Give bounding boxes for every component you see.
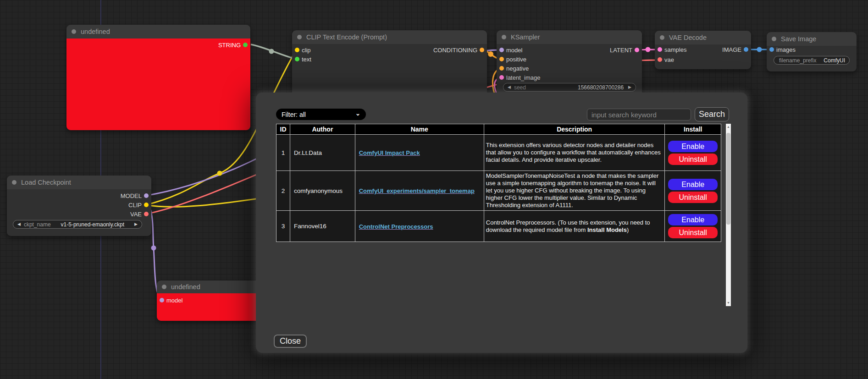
slot-dot-icon[interactable] <box>658 47 662 52</box>
search-input[interactable] <box>587 109 691 121</box>
ext-description: ModelSamplerTonemapNoiseTest a node that… <box>484 171 665 211</box>
custom-nodes-manager-dialog: Filter: all ⌄ Search ID Author Name Desc… <box>256 93 747 353</box>
wire-dot-model <box>151 246 156 251</box>
prev-value-arrow-icon[interactable]: ◀ <box>17 222 21 226</box>
chevron-down-icon: ⌄ <box>355 110 360 117</box>
slot-dot-icon[interactable] <box>658 57 662 62</box>
table-scrollbar[interactable]: ▲ ▼ <box>726 124 731 306</box>
table-row: 1 Dr.Lt.Data ComfyUI Impact Pack This ex… <box>276 135 721 171</box>
ext-id: 1 <box>276 135 290 171</box>
node-title: undefined <box>171 283 200 291</box>
wire-dot-conditioning <box>488 51 493 57</box>
output-slot-vae[interactable]: VAE <box>130 209 151 219</box>
search-button[interactable]: Search <box>695 107 729 121</box>
slot-dot-icon[interactable] <box>480 48 484 52</box>
ckpt-name-widget[interactable]: ◀ ckpt_name v1-5-pruned-emaonly.ckpt ▶ <box>13 220 142 229</box>
filename-prefix-widget[interactable]: filename_prefix ComfyUI <box>774 56 850 65</box>
uninstall-button[interactable]: Uninstall <box>668 192 718 203</box>
collapse-dot-icon[interactable] <box>772 37 776 41</box>
collapse-dot-icon[interactable] <box>162 285 166 289</box>
table-row: 3 Fannovel16 ControlNet Preprocessors Co… <box>276 211 721 242</box>
collapse-dot-icon[interactable] <box>660 35 664 40</box>
node-load-checkpoint[interactable]: Load Checkpoint MODEL CLIP VAE ◀ ckpt_na… <box>7 176 151 236</box>
scrollbar-thumb[interactable] <box>726 133 730 225</box>
wire-dot-latent <box>646 47 651 52</box>
collapse-dot-icon[interactable] <box>72 29 76 34</box>
enable-button[interactable]: Enable <box>668 141 718 152</box>
input-slot-negative[interactable]: negative <box>497 64 529 73</box>
scroll-up-icon[interactable]: ▲ <box>726 124 731 130</box>
node-title: undefined <box>81 28 110 35</box>
column-header-id: ID <box>276 124 290 135</box>
enable-button[interactable]: Enable <box>668 214 718 225</box>
slot-dot-icon[interactable] <box>499 57 504 61</box>
output-slot-string[interactable]: STRING <box>218 40 250 49</box>
ext-id: 3 <box>276 211 290 242</box>
input-slot-clip[interactable]: clip <box>292 45 311 55</box>
increment-arrow-icon[interactable]: ▶ <box>628 85 631 89</box>
uninstall-button[interactable]: Uninstall <box>668 227 718 238</box>
ext-name-link[interactable]: ComfyUI_experiments/sampler_tonemap <box>359 187 475 194</box>
node-title: Load Checkpoint <box>21 179 71 186</box>
slot-dot-icon[interactable] <box>295 48 299 52</box>
collapse-dot-icon[interactable] <box>297 35 302 39</box>
slot-dot-icon[interactable] <box>243 43 248 47</box>
enable-button[interactable]: Enable <box>668 179 718 190</box>
slot-dot-icon[interactable] <box>499 48 504 52</box>
ext-description: This extension offers various detector n… <box>484 135 665 171</box>
next-value-arrow-icon[interactable]: ▶ <box>134 222 138 226</box>
extensions-table: ID Author Name Description Install 1 Dr.… <box>276 124 721 242</box>
ext-author: Dr.Lt.Data <box>290 135 355 171</box>
output-slot-image[interactable]: IMAGE <box>722 45 751 54</box>
input-slot-model[interactable]: model <box>497 45 522 55</box>
output-slot-conditioning[interactable]: CONDITIONING <box>433 45 487 55</box>
slot-dot-icon[interactable] <box>744 47 748 52</box>
column-header-author: Author <box>290 124 355 135</box>
ext-name-link[interactable]: ComfyUI Impact Pack <box>359 149 420 156</box>
ext-name-link[interactable]: ControlNet Preprocessors <box>359 223 433 230</box>
wire-dot-clip <box>217 171 222 176</box>
output-slot-latent[interactable]: LATENT <box>610 45 642 55</box>
wire-dot-string <box>269 49 274 54</box>
column-header-install: Install <box>665 124 721 135</box>
filter-dropdown[interactable]: Filter: all ⌄ <box>276 109 366 120</box>
input-slot-samples[interactable]: samples <box>655 45 686 54</box>
input-slot-images[interactable]: images <box>767 45 796 54</box>
node-title: KSampler <box>511 33 540 41</box>
ext-description: ControlNet Preprocessors. (To use this e… <box>484 211 665 242</box>
slot-dot-icon[interactable] <box>144 193 149 198</box>
ext-author: comfyanonymous <box>290 171 355 211</box>
node-vae-decode[interactable]: VAE Decode samples vae IMAGE <box>655 31 751 69</box>
seed-widget[interactable]: ◀ seed 156680208700286 ▶ <box>503 83 636 92</box>
input-slot-latent-image[interactable]: latent_image <box>497 73 540 82</box>
ext-author: Fannovel16 <box>290 211 355 242</box>
input-slot-model[interactable]: model <box>157 296 182 305</box>
output-slot-clip[interactable]: CLIP <box>128 200 151 209</box>
slot-dot-icon[interactable] <box>295 57 299 61</box>
slot-dot-icon[interactable] <box>635 48 639 52</box>
slot-dot-icon[interactable] <box>499 75 504 80</box>
column-header-name: Name <box>355 124 484 135</box>
column-header-description: Description <box>484 124 665 135</box>
seed-value: 156680208700286 <box>578 84 624 91</box>
scroll-down-icon[interactable]: ▼ <box>726 300 731 306</box>
slot-dot-icon[interactable] <box>769 47 774 52</box>
slot-dot-icon[interactable] <box>499 66 504 71</box>
input-slot-text[interactable]: text <box>292 55 311 64</box>
table-row: 2 comfyanonymous ComfyUI_experiments/sam… <box>276 171 721 211</box>
wire-dot-image <box>757 47 762 52</box>
collapse-dot-icon[interactable] <box>12 180 17 185</box>
slot-dot-icon[interactable] <box>160 298 164 302</box>
close-button[interactable]: Close <box>274 335 307 348</box>
node-save-image[interactable]: Save Image images filename_prefix ComfyU… <box>767 32 857 71</box>
slot-dot-icon[interactable] <box>144 203 149 207</box>
output-slot-model[interactable]: MODEL <box>121 191 151 200</box>
decrement-arrow-icon[interactable]: ◀ <box>508 85 511 89</box>
input-slot-positive[interactable]: positive <box>497 55 526 64</box>
node-undefined-top[interactable]: undefined STRING <box>66 25 250 130</box>
input-slot-vae[interactable]: vae <box>655 55 674 64</box>
slot-dot-icon[interactable] <box>144 212 149 216</box>
collapse-dot-icon[interactable] <box>502 35 506 39</box>
ext-id: 2 <box>276 171 290 211</box>
uninstall-button[interactable]: Uninstall <box>668 154 718 165</box>
